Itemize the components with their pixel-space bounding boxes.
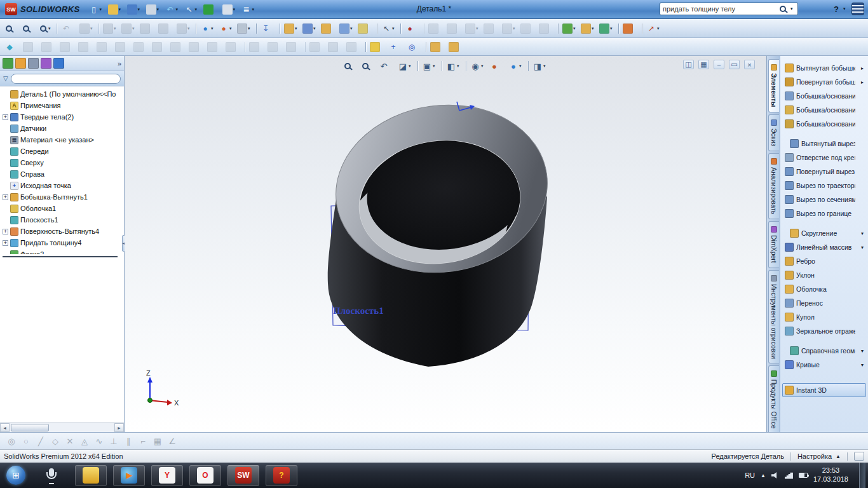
statusbar-panel-toggle[interactable] — [854, 452, 864, 461]
wrap-feature-button[interactable]: Перенос — [782, 296, 866, 310]
quick-snap-tangent-button[interactable]: ∿ — [93, 434, 105, 448]
edit-appearance-button[interactable]: ● ▾ — [217, 22, 235, 36]
quick-snap-line-button[interactable]: ╱ — [34, 434, 47, 448]
hidden-lines-removed-button[interactable] — [157, 22, 175, 36]
smart-dimension-button[interactable] — [22, 40, 39, 54]
linear-sketch-pattern-button[interactable] — [206, 40, 224, 54]
swept-cut-feature-button[interactable]: Вырез по траектории — [782, 179, 866, 193]
assembly-tool-3-button[interactable]: ▾ — [464, 22, 482, 36]
swept-boss-feature-button[interactable]: Бобышка/основание ... — [782, 89, 866, 103]
lofted-cut-feature-button[interactable]: Вырез по сечениям — [782, 193, 866, 207]
quick-snap-nearest-button[interactable]: ◬ — [78, 434, 91, 448]
help-dropdown-icon[interactable]: ▾ — [843, 6, 848, 11]
apply-scene-button[interactable]: ● ▾ — [199, 22, 217, 36]
tree-item[interactable]: A Примечания — [0, 100, 124, 111]
quick-snap-parallel-button[interactable]: ∥ — [122, 434, 135, 448]
viewport-grid-button[interactable]: ▦ — [698, 60, 709, 69]
lofted-boss-feature-button[interactable]: Бобышка/основание ... — [782, 103, 866, 117]
expand-toggle[interactable] — [3, 194, 8, 200]
tree-item[interactable]: Поверхность-Вытянуть4 — [0, 226, 124, 237]
instant-3d-feature-button[interactable]: Instant 3D — [782, 383, 866, 397]
tree-item[interactable]: Сверху — [0, 157, 124, 168]
linear-pattern-feature-button[interactable]: Линейный массив ▾ — [782, 240, 866, 254]
edit-appearance-button[interactable]: ● — [488, 59, 506, 73]
assembly-tool-4-button[interactable] — [482, 22, 500, 36]
undo-button[interactable]: ↶ ▾ — [164, 3, 182, 17]
previous-view-button[interactable]: ↶ — [377, 59, 395, 73]
extruded-cut-feature-button[interactable]: Вытянутый вырез — [787, 137, 866, 151]
scroll-right-arrow[interactable]: ► — [114, 423, 124, 432]
dome-feature-button[interactable]: Купол — [782, 310, 866, 324]
configurationmanager-tab[interactable] — [28, 58, 39, 69]
revolved-cut-feature-button[interactable]: Повернутый вырез — [782, 165, 866, 179]
language-indicator[interactable]: RU — [745, 471, 755, 479]
pencil-sketch-button[interactable] — [369, 40, 386, 54]
section-view-button[interactable]: ▾ — [78, 22, 96, 36]
tree-horizontal-scrollbar[interactable]: ◄ ► — [0, 423, 124, 432]
offset-entities-button[interactable] — [169, 40, 187, 54]
hide-show-items-button[interactable]: ◉ ▾ — [469, 59, 487, 73]
tree-item[interactable]: ≣ Материал <не указан> — [0, 134, 124, 146]
yandex-browser-taskbar-button[interactable]: Y — [151, 465, 183, 486]
doc-minimize-button[interactable]: − — [714, 60, 724, 69]
layer-properties-button[interactable]: ▾ — [580, 22, 597, 36]
export-options-button[interactable]: ↗ ▾ — [645, 22, 663, 36]
sketch-text-button[interactable] — [132, 40, 150, 54]
customize-button[interactable]: Настройка — [797, 452, 832, 460]
featuremanager-tab[interactable] — [3, 58, 13, 69]
tree-item[interactable]: Спереди — [0, 146, 124, 157]
wireframe-display-button[interactable] — [139, 22, 156, 36]
start-button[interactable]: ⊞ — [6, 466, 25, 485]
rib-feature-button[interactable]: Ребро — [782, 254, 866, 268]
customize-expand-icon[interactable]: ▲ — [836, 454, 841, 459]
spell-checker-button[interactable] — [621, 22, 639, 36]
window-menu-icon[interactable] — [851, 3, 864, 15]
check-sketch-button[interactable] — [345, 40, 363, 54]
select-button[interactable]: ↖ ▾ — [183, 3, 201, 17]
line-format-button[interactable]: ▾ — [561, 22, 579, 36]
scroll-left-arrow[interactable]: ◄ — [0, 423, 10, 432]
sketch-flyout-button[interactable]: ▾ — [338, 22, 356, 36]
mirror-entities-button[interactable] — [187, 40, 205, 54]
render-preview-button[interactable]: ● — [403, 22, 421, 36]
previous-view-button[interactable]: ↶ — [60, 22, 78, 36]
taskbar-clock[interactable]: 23:53 17.03.2018 — [813, 466, 848, 484]
search-input[interactable] — [663, 5, 776, 13]
circle-tool-button[interactable] — [77, 40, 95, 54]
instant-3d-button[interactable] — [320, 22, 337, 36]
display-settings-button[interactable]: ▾ — [236, 22, 254, 36]
tree-filter-input[interactable] — [11, 74, 121, 84]
assembly-tool-1-button[interactable] — [427, 22, 445, 36]
assembly-tool-6-button[interactable] — [519, 22, 537, 36]
zoom-to-fit-button[interactable] — [342, 59, 358, 73]
doc-close-button[interactable]: × — [744, 60, 755, 69]
zoom-to-area-button[interactable] — [20, 22, 37, 36]
boundary-boss-feature-button[interactable]: Бобышка/основание ... — [782, 117, 866, 131]
orientation-indicator-button[interactable]: ↧ — [259, 22, 277, 36]
help-button[interactable]: ? — [834, 4, 839, 14]
power-icon[interactable] — [799, 473, 808, 478]
extruded-boss-feature-button[interactable]: Вытянутая бобышка/... ▸ — [782, 61, 866, 75]
assembly-tool-5-button[interactable]: ▾ — [501, 22, 519, 36]
boundary-cut-feature-button[interactable]: Вырез по границе — [782, 207, 866, 220]
evaluate-tab[interactable]: Анализировать — [768, 153, 779, 219]
quick-snaps-button[interactable] — [266, 40, 284, 54]
tree-item[interactable]: Справа — [0, 168, 124, 180]
convert-entities-button[interactable] — [151, 40, 168, 54]
corner-rectangle-button[interactable] — [58, 40, 76, 54]
tree-item[interactable]: Бобышка-Вытянуть1 — [0, 191, 124, 203]
view-settings-button[interactable]: ◨ ▾ — [531, 59, 549, 73]
model-canvas[interactable]: Плоскость1 Z X — [125, 56, 766, 432]
office-products-tab[interactable]: Продукты Office — [768, 365, 779, 434]
quick-snap-hv-button[interactable]: ⌐ — [137, 434, 149, 448]
tree-item[interactable]: Придать толщину4 — [0, 237, 124, 248]
quick-snap-perpendicular-button[interactable]: ⊥ — [107, 434, 120, 448]
quick-snap-center-button[interactable]: ○ — [20, 434, 32, 448]
propertymanager-tab[interactable] — [15, 58, 26, 69]
print-button[interactable]: ▾ — [145, 3, 163, 17]
assembly-tool-7-button[interactable] — [538, 22, 555, 36]
media-player-taskbar-button[interactable]: ▶ — [113, 465, 145, 486]
sketch-fillet-button[interactable] — [114, 40, 132, 54]
search-dropdown-icon[interactable]: ▾ — [790, 6, 795, 11]
file-explorer-pane-button[interactable] — [447, 40, 465, 54]
